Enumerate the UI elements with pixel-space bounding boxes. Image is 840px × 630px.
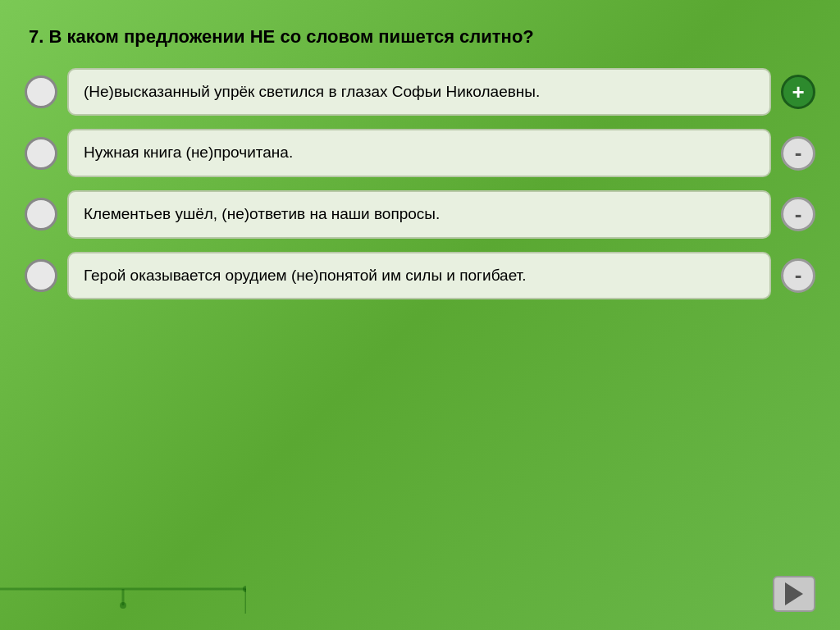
sign-button-4[interactable]: - [781,258,815,293]
sign-label-4: - [795,262,802,288]
radio-option-2[interactable] [25,137,57,170]
question-text: 7. В каком предложении НЕ со словом пише… [25,25,815,50]
option-card-2[interactable]: Нужная книга (не)прочитана. [67,129,771,177]
question-body: В каком предложении НЕ со словом пишется… [43,26,533,47]
radio-inner-2 [33,145,49,162]
next-arrow-icon [785,582,803,605]
option-text-1: (Не)высказанный упрёк светился в глазах … [84,83,540,100]
sign-button-3[interactable]: - [781,197,815,231]
next-button[interactable] [773,576,815,612]
radio-inner-1 [33,84,49,100]
main-container: 7. В каком предложении НЕ со словом пише… [0,0,840,630]
radio-option-4[interactable] [25,259,57,292]
radio-inner-3 [33,206,49,222]
sign-label-2: - [795,140,802,166]
radio-inner-4 [33,267,49,284]
question-number: 7. [29,26,43,47]
sign-button-1[interactable]: + [781,75,815,109]
radio-option-3[interactable] [25,198,57,231]
option-text-4: Герой оказывается орудием (не)понятой им… [84,267,526,284]
option-card-4[interactable]: Герой оказывается орудием (не)понятой им… [67,252,771,300]
option-row-4: Герой оказывается орудием (не)понятой им… [25,252,815,300]
option-row-1: (Не)высказанный упрёк светился в глазах … [25,68,815,116]
option-row-3: Клементьев ушёл, (не)ответив на наши воп… [25,190,815,239]
option-card-1[interactable]: (Не)высказанный упрёк светился в глазах … [67,68,771,116]
option-card-3[interactable]: Клементьев ушёл, (не)ответив на наши воп… [67,190,771,239]
next-button-container [773,576,815,612]
radio-option-1[interactable] [25,75,57,108]
option-text-3: Клементьев ушёл, (не)ответив на наши воп… [84,205,440,222]
sign-button-2[interactable]: - [781,136,815,171]
options-list: (Не)высказанный упрёк светился в глазах … [25,68,815,605]
option-text-2: Нужная книга (не)прочитана. [84,144,293,161]
sign-label-1: + [792,80,804,105]
sign-label-3: - [795,202,802,227]
option-row-2: Нужная книга (не)прочитана. - [25,129,815,177]
